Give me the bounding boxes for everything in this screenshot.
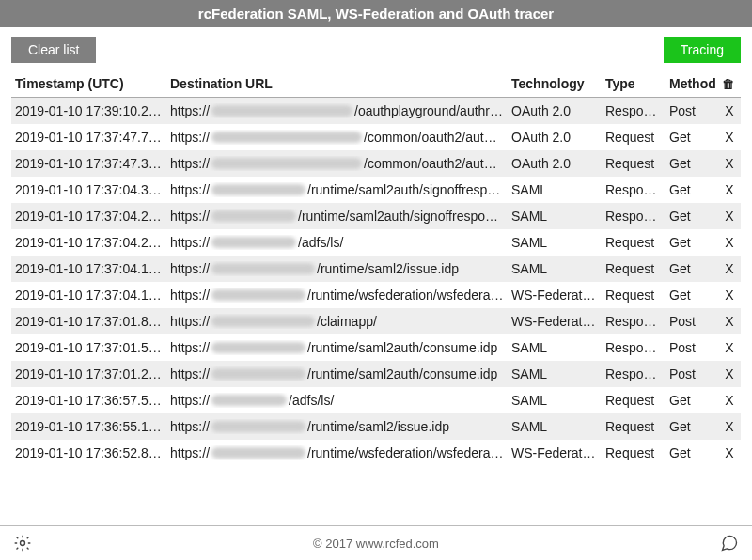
url-host-redacted bbox=[212, 342, 306, 353]
delete-row-button[interactable]: X bbox=[718, 177, 741, 203]
url-scheme: https:// bbox=[170, 103, 210, 118]
gear-icon[interactable] bbox=[13, 534, 32, 552]
cell-destination: https:///runtime/saml2auth/consume.idp bbox=[166, 361, 508, 387]
cell-destination: https:///oauthplayground/authrespo… bbox=[166, 98, 508, 125]
url-path: /runtime/saml2auth/signoffresponse… bbox=[298, 209, 504, 224]
url-scheme: https:// bbox=[170, 261, 210, 276]
delete-row-button[interactable]: X bbox=[718, 256, 741, 282]
table-row[interactable]: 2019-01-10 17:37:01.864https:///claimapp… bbox=[11, 308, 741, 334]
url-path: /adfs/ls/ bbox=[289, 393, 504, 408]
cell-method: Post bbox=[666, 361, 718, 387]
cell-method: Get bbox=[666, 282, 718, 308]
table-row[interactable]: 2019-01-10 17:37:01.510https:///runtime/… bbox=[11, 334, 741, 361]
cell-technology: SAML bbox=[508, 334, 602, 361]
url-path: /claimapp/ bbox=[317, 314, 504, 329]
clear-list-button[interactable]: Clear list bbox=[11, 37, 96, 63]
cell-timestamp: 2019-01-10 17:37:04.286 bbox=[11, 203, 166, 229]
delete-row-button[interactable]: X bbox=[718, 308, 741, 334]
table-row[interactable]: 2019-01-10 17:36:52.820https:///runtime/… bbox=[11, 440, 741, 466]
tracing-button[interactable]: Tracing bbox=[664, 37, 741, 63]
url-path: /runtime/saml2/issue.idp bbox=[307, 419, 504, 434]
table-row[interactable]: 2019-01-10 17:37:04.248https:///adfs/ls/… bbox=[11, 229, 741, 256]
cell-type: Response bbox=[602, 308, 666, 334]
col-timestamp[interactable]: Timestamp (UTC) bbox=[11, 67, 166, 98]
cell-destination: https:///runtime/saml2auth/signoffrespo… bbox=[166, 177, 508, 203]
table-row[interactable]: 2019-01-10 17:39:10.265https:///oauthpla… bbox=[11, 98, 741, 125]
url-host-redacted bbox=[212, 289, 306, 301]
cell-timestamp: 2019-01-10 17:36:55.199 bbox=[11, 413, 166, 440]
cell-timestamp: 2019-01-10 17:37:01.864 bbox=[11, 308, 166, 334]
cell-timestamp: 2019-01-10 17:37:47.724 bbox=[11, 124, 166, 150]
table-row[interactable]: 2019-01-10 17:37:47.305https:///common/o… bbox=[11, 150, 741, 177]
delete-row-button[interactable]: X bbox=[718, 413, 741, 440]
cell-method: Get bbox=[666, 413, 718, 440]
url-path: /oauthplayground/authrespo… bbox=[354, 103, 504, 118]
url-host-redacted bbox=[212, 263, 315, 274]
cell-destination: https:///runtime/saml2/issue.idp bbox=[166, 413, 508, 440]
url-path: /adfs/ls/ bbox=[298, 235, 504, 250]
cell-destination: https:///common/oauth2/authori… bbox=[166, 150, 508, 177]
table-row[interactable]: 2019-01-10 17:37:04.197https:///runtime/… bbox=[11, 256, 741, 282]
table-row[interactable]: 2019-01-10 17:36:55.199https:///runtime/… bbox=[11, 413, 741, 440]
toolbar: Clear list Tracing bbox=[0, 27, 752, 67]
delete-row-button[interactable]: X bbox=[718, 440, 741, 466]
cell-method: Get bbox=[666, 177, 718, 203]
cell-type: Response bbox=[602, 361, 666, 387]
cell-method: Get bbox=[666, 229, 718, 256]
table-row[interactable]: 2019-01-10 17:37:01.225https:///runtime/… bbox=[11, 361, 741, 387]
cell-type: Request bbox=[602, 440, 666, 466]
cell-type: Request bbox=[602, 229, 666, 256]
delete-row-button[interactable]: X bbox=[718, 229, 741, 256]
comment-icon[interactable] bbox=[720, 534, 739, 552]
col-destination[interactable]: Destination URL bbox=[166, 67, 508, 98]
cell-type: Response bbox=[602, 177, 666, 203]
col-delete-all[interactable]: 🗑 bbox=[718, 67, 741, 98]
url-path: /runtime/saml2auth/consume.idp bbox=[307, 340, 504, 355]
cell-technology: OAuth 2.0 bbox=[508, 98, 602, 125]
delete-row-button[interactable]: X bbox=[718, 150, 741, 177]
url-path: /runtime/saml2/issue.idp bbox=[317, 261, 504, 276]
cell-technology: SAML bbox=[508, 229, 602, 256]
table-row[interactable]: 2019-01-10 17:37:04.286https:///runtime/… bbox=[11, 203, 741, 229]
col-type[interactable]: Type bbox=[602, 67, 666, 98]
cell-timestamp: 2019-01-10 17:37:04.248 bbox=[11, 229, 166, 256]
cell-timestamp: 2019-01-10 17:36:57.544 bbox=[11, 387, 166, 413]
table-row[interactable]: 2019-01-10 17:37:47.724https:///common/o… bbox=[11, 124, 741, 150]
footer: © 2017 www.rcfed.com bbox=[0, 525, 752, 560]
cell-timestamp: 2019-01-10 17:37:04.197 bbox=[11, 256, 166, 282]
delete-row-button[interactable]: X bbox=[718, 334, 741, 361]
table-row[interactable]: 2019-01-10 17:36:57.544https:///adfs/ls/… bbox=[11, 387, 741, 413]
cell-technology: WS-Federation bbox=[508, 282, 602, 308]
cell-technology: OAuth 2.0 bbox=[508, 124, 602, 150]
app-title: rcFederation SAML, WS-Federation and OAu… bbox=[0, 0, 752, 27]
url-scheme: https:// bbox=[170, 340, 210, 355]
url-path: /runtime/saml2auth/consume.idp bbox=[307, 366, 504, 381]
url-path: /common/oauth2/author… bbox=[364, 130, 504, 145]
cell-destination: https:///adfs/ls/ bbox=[166, 229, 508, 256]
url-host-redacted bbox=[212, 210, 296, 222]
cell-method: Post bbox=[666, 334, 718, 361]
delete-row-button[interactable]: X bbox=[718, 124, 741, 150]
cell-technology: WS-Federation bbox=[508, 308, 602, 334]
delete-row-button[interactable]: X bbox=[718, 387, 741, 413]
url-host-redacted bbox=[212, 184, 306, 195]
delete-row-button[interactable]: X bbox=[718, 282, 741, 308]
cell-type: Request bbox=[602, 256, 666, 282]
url-scheme: https:// bbox=[170, 419, 210, 434]
delete-row-button[interactable]: X bbox=[718, 203, 741, 229]
col-technology[interactable]: Technology bbox=[508, 67, 602, 98]
url-scheme: https:// bbox=[170, 156, 210, 171]
url-host-redacted bbox=[212, 368, 306, 380]
table-row[interactable]: 2019-01-10 17:37:04.134https:///runtime/… bbox=[11, 282, 741, 308]
delete-row-button[interactable]: X bbox=[718, 361, 741, 387]
delete-row-button[interactable]: X bbox=[718, 98, 741, 125]
cell-method: Post bbox=[666, 98, 718, 125]
cell-type: Request bbox=[602, 150, 666, 177]
table-row[interactable]: 2019-01-10 17:37:04.328https:///runtime/… bbox=[11, 177, 741, 203]
url-host-redacted bbox=[212, 158, 362, 169]
cell-destination: https:///runtime/saml2/issue.idp bbox=[166, 256, 508, 282]
cell-method: Get bbox=[666, 256, 718, 282]
col-method[interactable]: Method bbox=[666, 67, 718, 98]
url-host-redacted bbox=[212, 421, 306, 432]
cell-method: Get bbox=[666, 150, 718, 177]
